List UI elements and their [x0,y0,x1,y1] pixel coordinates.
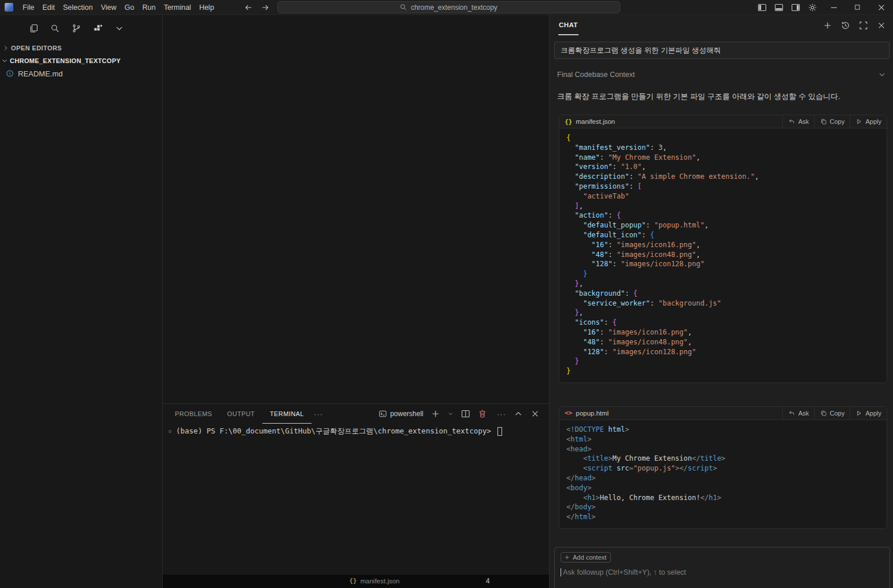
terminal-prompt-line: (base) PS F:\00_document\GitHub\구글확장프로그램… [169,427,549,436]
ask-label: Ask [798,118,808,125]
menu-view[interactable]: View [97,0,120,15]
tab-chat[interactable]: CHAT [558,15,579,35]
terminal-output[interactable]: (base) PS F:\00_document\GitHub\구글확장프로그램… [163,424,549,575]
maximize-button[interactable] [846,0,869,15]
json-file-icon: {} [565,118,572,126]
play-icon [855,118,862,125]
tab-problems[interactable]: PROBLEMS [167,404,219,424]
copy-label: Copy [830,410,845,417]
chevron-down-icon[interactable] [115,24,124,33]
source-control-icon[interactable] [72,24,81,33]
explorer-files-icon[interactable] [29,24,38,33]
toggle-panel-icon[interactable] [774,3,784,12]
menu-go[interactable]: Go [120,0,138,15]
chat-input-box[interactable]: Add context Ask followup (Ctrl+Shift+Y),… [554,547,890,588]
code-block-header: {} manifest.json Ask Copy A [559,115,887,128]
close-chat-icon[interactable] [877,21,886,30]
ask-button[interactable]: Ask [782,115,814,128]
bottom-panel: PROBLEMS OUTPUT TERMINAL ··· powershell [163,403,549,575]
copy-label: Copy [830,118,845,125]
code-block-popup: <> popup.html Ask Copy Appl [559,406,887,529]
code-block-actions: Ask Copy Apply [782,115,887,128]
add-context-button[interactable]: Add context [561,552,611,563]
toggle-primary-sidebar-icon[interactable] [757,3,767,12]
menu-terminal[interactable]: Terminal [160,0,195,15]
code-block-manifest: {} manifest.json Ask Copy A [559,115,887,383]
codebase-context-section[interactable]: Final Codebase Context [557,71,886,79]
terminal-prompt-text: (base) PS F:\00_document\GitHub\구글확장프로그램… [176,427,491,436]
maximize-panel-icon[interactable] [514,409,523,418]
chat-header: CHAT [550,15,893,35]
menu-selection[interactable]: Selection [59,0,97,15]
command-center-search[interactable]: chrome_extension_textcopy [277,1,620,13]
minimize-icon [829,3,839,12]
shell-label: powershell [390,410,423,418]
forward-icon[interactable] [261,3,270,12]
history-icon[interactable] [841,21,850,30]
file-item-readme[interactable]: README.md [0,67,162,80]
add-context-label: Add context [573,554,606,561]
menu-run[interactable]: Run [138,0,160,15]
command-status-dot-icon [169,430,171,433]
project-folder-label: CHROME_EXTENSION_TEXTCOPY [10,57,120,64]
command-center-text: chrome_extension_textcopy [411,3,497,12]
apply-label: Apply [865,410,881,417]
apply-button[interactable]: Apply [850,407,887,420]
code-content-popup[interactable]: <!DOCTYPE html><html><head> <title>My Ch… [559,420,887,528]
tab-terminal[interactable]: TERMINAL [262,404,312,424]
settings-gear-icon[interactable] [808,3,817,12]
project-folder-header[interactable]: CHROME_EXTENSION_TEXTCOPY [0,54,162,67]
terminal-shell-selector[interactable]: powershell [379,410,423,418]
editor-area[interactable] [163,15,549,403]
ask-button[interactable]: Ask [782,407,814,420]
close-panel-icon[interactable] [530,409,540,418]
split-terminal-icon[interactable] [461,409,470,418]
expand-chat-icon[interactable] [859,21,868,30]
new-chat-icon[interactable] [823,21,832,30]
chevron-right-icon [2,45,9,52]
code-block-header: <> popup.html Ask Copy Appl [559,407,887,420]
play-icon [855,410,862,417]
sidebar-toolbar [0,15,162,42]
terminal-more-actions-icon[interactable]: ··· [497,410,506,418]
menu-edit[interactable]: Edit [38,0,59,15]
menu-bar: File Edit Selection View Go Run Terminal… [19,0,218,15]
chat-panel: CHAT 크롬확장프로그램 생성을 위한 기본파일 생성해줘 Final Cod… [549,15,893,588]
kill-terminal-icon[interactable] [478,409,487,418]
tab-output[interactable]: OUTPUT [219,404,262,424]
html-file-icon: <> [565,409,572,417]
copy-button[interactable]: Copy [814,115,850,128]
close-window-button[interactable] [869,0,893,15]
back-icon[interactable] [244,3,253,12]
followup-input[interactable]: Ask followup (Ctrl+Shift+Y), ↑ to select [561,568,884,576]
overlay-badge: 4 [486,577,490,585]
terminal-profile-chevron-icon[interactable] [448,411,453,417]
tabs-overflow-icon[interactable]: ··· [314,410,323,418]
maximize-icon [854,3,861,11]
menu-file[interactable]: File [19,0,38,15]
codebase-context-label: Final Codebase Context [557,71,635,79]
search-view-icon[interactable] [50,24,60,33]
terminal-cursor [497,427,502,436]
extensions-icon[interactable] [93,24,103,33]
ask-label: Ask [798,410,808,417]
nav-history [244,3,270,12]
overlay-filename: manifest.json [360,578,400,585]
chevron-down-icon[interactable] [878,71,886,79]
ask-arrow-icon [788,118,795,125]
assistant-message: 크롬 확장 프로그램을 만들기 위한 기본 파일 구조를 아래와 같이 생성할 … [557,91,886,102]
apply-button[interactable]: Apply [850,115,887,128]
apply-label: Apply [865,118,881,125]
copy-button[interactable]: Copy [814,407,850,420]
vscode-window: File Edit Selection View Go Run Terminal… [0,0,893,588]
code-content-manifest[interactable]: { "manifest_version": 3, "name": "My Chr… [559,128,887,383]
overlay-file: {} manifest.json [349,577,400,585]
menu-help[interactable]: Help [195,0,218,15]
chevron-down-icon [1,57,8,64]
toggle-secondary-sidebar-icon[interactable] [791,3,800,12]
user-message[interactable]: 크롬확장프로그램 생성을 위한 기본파일 생성해줘 [554,42,890,59]
terminal-actions: powershell ··· [379,409,549,418]
open-editors-header[interactable]: OPEN EDITORS [0,42,162,54]
new-terminal-icon[interactable] [431,409,440,418]
minimize-button[interactable] [822,0,846,15]
